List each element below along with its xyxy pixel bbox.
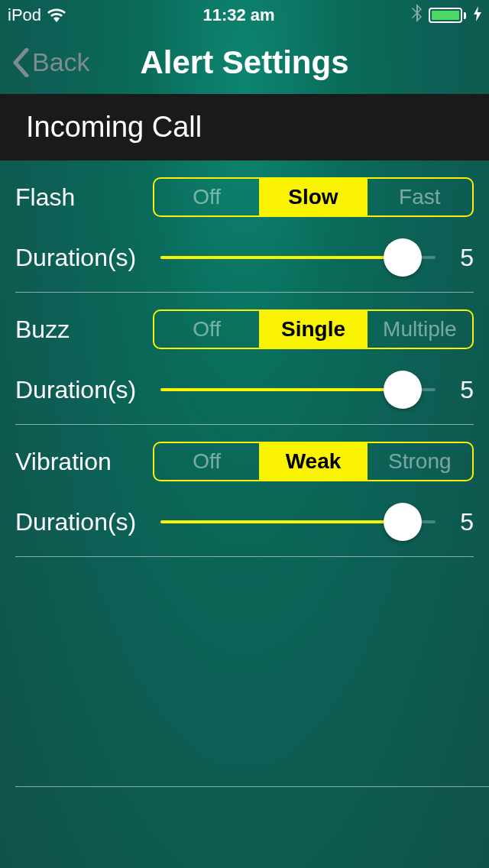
setting-row: FlashOffSlowFast <box>15 177 474 217</box>
bluetooth-icon <box>412 4 423 27</box>
segment-off[interactable]: Off <box>154 179 261 215</box>
duration-value: 5 <box>443 508 474 536</box>
back-label: Back <box>32 47 90 77</box>
duration-slider[interactable] <box>160 371 436 409</box>
slider-thumb[interactable] <box>384 371 422 409</box>
segment-off[interactable]: Off <box>154 443 261 480</box>
chevron-left-icon <box>12 48 29 77</box>
settings-list: FlashOffSlowFastDuration(s)5BuzzOffSingl… <box>0 160 489 557</box>
duration-row: Duration(s)5 <box>15 238 474 277</box>
wifi-icon <box>47 8 66 22</box>
status-left: iPod <box>8 5 66 25</box>
carrier-label: iPod <box>8 5 41 25</box>
nav-bar: Back Alert Settings <box>0 31 489 94</box>
segment-strong[interactable]: Strong <box>368 443 472 480</box>
segmented-control[interactable]: OffSingleMultiple <box>153 309 474 349</box>
segment-slow[interactable]: Slow <box>261 179 367 215</box>
setting-label: Flash <box>15 183 153 212</box>
segmented-control[interactable]: OffWeakStrong <box>153 442 474 481</box>
slider-fill <box>160 520 403 523</box>
page-title: Alert Settings <box>140 44 348 81</box>
status-bar: iPod 11:32 am <box>0 0 489 31</box>
segment-single[interactable]: Single <box>261 311 367 348</box>
status-time: 11:32 am <box>202 5 274 25</box>
duration-label: Duration(s) <box>15 508 153 536</box>
setting-label: Vibration <box>15 448 153 476</box>
segmented-control[interactable]: OffSlowFast <box>153 177 474 217</box>
section-header: Incoming Call <box>0 94 489 160</box>
duration-row: Duration(s)5 <box>15 503 474 541</box>
duration-value: 5 <box>443 376 474 404</box>
segment-off[interactable]: Off <box>154 311 261 348</box>
setting-block-vibration: VibrationOffWeakStrongDuration(s)5 <box>15 425 474 557</box>
divider <box>15 786 489 787</box>
duration-row: Duration(s)5 <box>15 371 474 409</box>
segment-fast[interactable]: Fast <box>368 179 472 215</box>
duration-slider[interactable] <box>160 503 436 541</box>
setting-block-flash: FlashOffSlowFastDuration(s)5 <box>15 160 474 293</box>
back-button[interactable]: Back <box>12 47 90 77</box>
charging-icon <box>474 6 481 25</box>
duration-slider[interactable] <box>160 238 436 277</box>
segment-multiple[interactable]: Multiple <box>368 311 472 348</box>
slider-thumb[interactable] <box>384 238 422 277</box>
duration-value: 5 <box>443 244 474 272</box>
setting-row: BuzzOffSingleMultiple <box>15 309 474 349</box>
battery-icon <box>429 8 466 23</box>
duration-label: Duration(s) <box>15 244 153 272</box>
slider-fill <box>160 256 403 259</box>
slider-thumb[interactable] <box>384 503 422 541</box>
status-right <box>412 4 481 27</box>
setting-label: Buzz <box>15 316 153 344</box>
duration-label: Duration(s) <box>15 376 153 404</box>
slider-fill <box>160 388 403 391</box>
setting-block-buzz: BuzzOffSingleMultipleDuration(s)5 <box>15 293 474 425</box>
setting-row: VibrationOffWeakStrong <box>15 442 474 481</box>
segment-weak[interactable]: Weak <box>261 443 367 480</box>
